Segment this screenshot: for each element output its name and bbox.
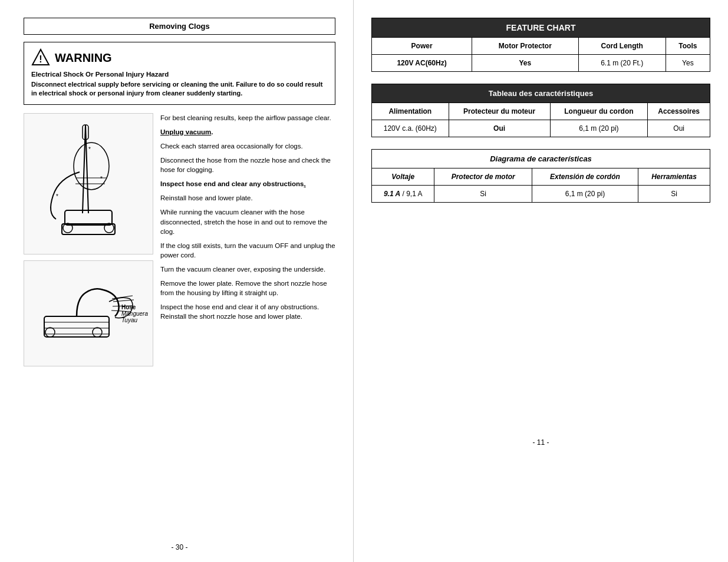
warning-text: Disconnect electrical supply before serv… — [31, 80, 328, 98]
spanish-chart-header-row: Voltaje Protector de motor Extensión de … — [372, 168, 710, 186]
instruction-2: Unplug vacuum. — [160, 127, 335, 137]
left-page: Removing Clogs ! WARNING Electrical Shoc… — [0, 0, 354, 562]
instruction-5: Inspect hose end and clear any obstructi… — [160, 179, 335, 189]
svg-text:!: ! — [39, 54, 42, 64]
feature-chart-title: FEATURE CHART — [371, 18, 710, 37]
feature-chart-english: FEATURE CHART Power Motor Protector Cord… — [371, 18, 710, 72]
col-longueur: Longueur du cordon — [550, 103, 648, 120]
page-number-left: - 30 - — [24, 366, 335, 551]
instructions-column: For best cleaning results, keep the airf… — [160, 113, 335, 366]
feature-chart-spanish: Diagrama de características Voltaje Prot… — [371, 149, 710, 203]
instruction-4: Disconnect the hose from the nozzle hose… — [160, 156, 335, 174]
svg-text:*: * — [88, 146, 91, 153]
vacuum-image-1: * * * — [24, 113, 153, 254]
right-page: FEATURE CHART Power Motor Protector Cord… — [354, 0, 728, 562]
hose-label: Hose Manguera Tuyau — [121, 303, 148, 323]
warning-box: ! WARNING Electrical Shock Or Personal I… — [24, 42, 335, 105]
warning-title: WARNING — [55, 51, 112, 65]
warning-subheader: Electrical Shock Or Personal Injury Haza… — [31, 71, 328, 78]
spanish-chart-title: Diagrama de características — [371, 149, 710, 168]
voltaje-value: 9.1 A — [384, 190, 400, 198]
french-chart-title: Tableau des caractéristiques — [371, 84, 710, 103]
french-chart-header-row: Alimentation Protecteur du moteur Longue… — [372, 103, 710, 120]
page-number-right: - 11 - — [371, 214, 710, 447]
cell-accessoires: Oui — [648, 120, 710, 137]
col-alimentation: Alimentation — [372, 103, 449, 120]
col-herramientas: Herramientas — [638, 168, 710, 186]
col-power: Power — [372, 38, 472, 55]
cell-motor-protector: Yes — [472, 55, 578, 72]
french-chart-table: Alimentation Protecteur du moteur Longue… — [371, 103, 710, 137]
instruction-10: Remove the lower plate. Remove the short… — [160, 279, 335, 297]
instruction-3: Check each starred area occasionally for… — [160, 141, 335, 151]
french-chart-data-row: 120V c.a. (60Hz) Oui 6,1 m (20 pi) Oui — [372, 120, 710, 137]
vacuum-image-2: Hose Manguera Tuyau — [24, 260, 153, 366]
cell-voltaje: 9.1 A / 9,1 A — [372, 186, 434, 203]
cell-cord-length: 6.1 m (20 Ft.) — [578, 55, 666, 72]
cell-protecteur: Oui — [449, 120, 550, 137]
instruction-7: While running the vacuum cleaner with th… — [160, 207, 335, 236]
voltaje-separator: / 9,1 A — [400, 190, 422, 198]
cell-tools: Yes — [666, 55, 710, 72]
spanish-chart-table: Voltaje Protector de motor Extensión de … — [371, 168, 710, 203]
feature-chart-table: Power Motor Protector Cord Length Tools … — [371, 37, 710, 72]
feature-chart-header-row: Power Motor Protector Cord Length Tools — [372, 38, 710, 55]
col-cord-length: Cord Length — [578, 38, 666, 55]
instruction-9: Turn the vacuum cleaner over, exposing t… — [160, 265, 335, 274]
section-title: Removing Clogs — [24, 18, 335, 35]
spanish-chart-data-row: 9.1 A / 9,1 A Si 6,1 m (20 pi) Si — [372, 186, 710, 203]
cell-longueur: 6,1 m (20 pi) — [550, 120, 648, 137]
col-accessoires: Accessoires — [648, 103, 710, 120]
warning-triangle-icon: ! — [31, 48, 50, 67]
col-extension: Extensión de cordón — [532, 168, 638, 186]
instruction-8: If the clog still exists, turn the vacuu… — [160, 241, 335, 260]
svg-point-5 — [74, 143, 109, 190]
feature-chart-french: Tableau des caractéristiques Alimentatio… — [371, 84, 710, 137]
images-column: * * * — [24, 113, 153, 366]
warning-header: ! WARNING — [31, 48, 328, 67]
instruction-6: Reinstall hose and lower plate. — [160, 193, 335, 203]
svg-text:*: * — [56, 193, 58, 200]
col-voltaje: Voltaje — [372, 168, 434, 186]
cell-power: 120V AC(60Hz) — [372, 55, 472, 72]
instruction-1: For best cleaning results, keep the airf… — [160, 113, 335, 123]
col-tools: Tools — [666, 38, 710, 55]
instruction-11: Inspect the hose end and clear it of any… — [160, 302, 335, 321]
col-motor-protector: Motor Protector — [472, 38, 578, 55]
cell-herramientas: Si — [638, 186, 710, 203]
feature-chart-data-row: 120V AC(60Hz) Yes 6.1 m (20 Ft.) Yes — [372, 55, 710, 72]
svg-point-19 — [45, 328, 55, 337]
col-protector: Protector de motor — [434, 168, 532, 186]
content-area: * * * — [24, 113, 335, 366]
cell-alimentation: 120V c.a. (60Hz) — [372, 120, 449, 137]
svg-point-20 — [93, 328, 102, 337]
cell-extension: 6,1 m (20 pi) — [532, 186, 638, 203]
cell-protector: Si — [434, 186, 532, 203]
svg-text:*: * — [100, 176, 103, 182]
col-protecteur: Protecteur du moteur — [449, 103, 550, 120]
